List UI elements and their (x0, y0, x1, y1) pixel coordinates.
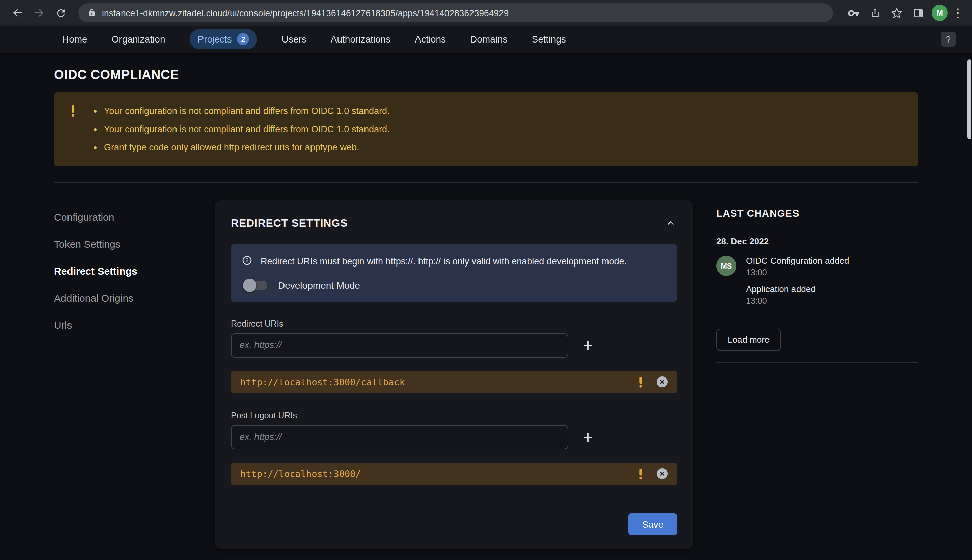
load-more-button[interactable]: Load more (716, 328, 781, 351)
page-title: OIDC COMPLIANCE (54, 67, 918, 82)
password-key-icon[interactable] (844, 3, 863, 22)
nav-item-projects[interactable]: Projects 2 (190, 29, 257, 49)
browser-back-icon[interactable] (8, 3, 27, 22)
url-text: instance1-dkmnzw.zitadel.cloud/ui/consol… (102, 8, 509, 18)
uri-warning-icon (639, 468, 641, 479)
browser-profile-avatar[interactable]: M (932, 5, 948, 21)
post-logout-uris-label: Post Logout URIs (231, 410, 677, 420)
share-icon[interactable] (865, 3, 884, 22)
change-author-avatar: MS (716, 256, 737, 276)
warning-list: Your configuration is not compliant and … (92, 102, 389, 157)
oidc-compliance-warning-box: Your configuration is not compliant and … (54, 92, 918, 166)
info-text: Redirect URIs must begin with https://. … (261, 254, 627, 268)
nav-item-settings[interactable]: Settings (532, 34, 566, 45)
bookmark-star-icon[interactable] (887, 3, 906, 22)
add-redirect-uri-icon[interactable]: + (579, 336, 597, 354)
nav-item-organization[interactable]: Organization (112, 34, 165, 45)
change-event-label: Application added (746, 284, 849, 294)
projects-count-badge: 2 (237, 33, 249, 45)
card-title: REDIRECT SETTINGS (231, 217, 347, 229)
redirect-uris-label: Redirect URIs (231, 319, 677, 328)
uri-warning-icon (639, 377, 641, 387)
browser-actions: M ⋮ (842, 3, 965, 22)
redirect-uri-chip: http://localhost:3000/callback × (231, 371, 677, 393)
nav-item-domains[interactable]: Domains (470, 34, 508, 45)
redirect-uri-input[interactable] (231, 333, 568, 357)
lock-icon[interactable] (88, 9, 96, 17)
last-changes-panel: LAST CHANGES 28. Dec 2022 MS OIDC Config… (716, 200, 918, 363)
section-divider (54, 182, 918, 183)
browser-chrome: instance1-dkmnzw.zitadel.cloud/ui/consol… (0, 0, 972, 26)
console-top-nav: Home Organization Projects 2 Users Autho… (0, 26, 972, 53)
warning-item: Your configuration is not compliant and … (104, 102, 389, 120)
zitadel-console: instance1-dkmnzw.zitadel.cloud/ui/consol… (0, 0, 972, 560)
add-post-logout-uri-icon[interactable]: + (579, 428, 597, 446)
last-changes-title: LAST CHANGES (716, 207, 918, 218)
change-event-time: 13:00 (746, 268, 849, 277)
post-logout-uri-chip: http://localhost:3000/ × (231, 463, 677, 485)
page-scrollbar-thumb[interactable] (967, 59, 971, 139)
nav-item-home[interactable]: Home (62, 34, 87, 45)
development-mode-toggle[interactable] (244, 280, 267, 290)
info-icon (242, 255, 252, 266)
menu-item-configuration[interactable]: Configuration (54, 211, 215, 223)
remove-uri-icon[interactable]: × (657, 468, 668, 479)
warning-icon (72, 105, 74, 157)
redirect-uri-value: http://localhost:3000/callback (240, 377, 405, 387)
browser-reload-icon[interactable] (51, 3, 70, 22)
nav-item-users[interactable]: Users (282, 34, 306, 45)
menu-item-redirect-settings[interactable]: Redirect Settings (54, 265, 215, 277)
changes-divider (716, 362, 918, 363)
post-logout-uri-input[interactable] (231, 425, 568, 449)
browser-forward-icon[interactable] (30, 3, 48, 22)
help-button[interactable]: ? (941, 32, 956, 47)
browser-menu-icon[interactable]: ⋮ (950, 6, 965, 20)
save-button[interactable]: Save (628, 513, 677, 535)
collapse-chevron-up-icon[interactable] (664, 217, 677, 229)
nav-item-authorizations[interactable]: Authorizations (331, 34, 391, 45)
menu-item-urls[interactable]: Urls (54, 319, 215, 331)
change-event-label: OIDC Configuration added (746, 256, 849, 266)
warning-item: Your configuration is not compliant and … (104, 120, 389, 138)
dev-mode-info-box: Redirect URIs must begin with https://. … (231, 244, 677, 301)
menu-item-token-settings[interactable]: Token Settings (54, 238, 215, 250)
browser-url-bar[interactable]: instance1-dkmnzw.zitadel.cloud/ui/consol… (78, 3, 833, 22)
warning-item: Grant type code only allowed http redire… (104, 138, 389, 157)
remove-uri-icon[interactable]: × (657, 377, 668, 387)
nav-item-actions[interactable]: Actions (415, 34, 446, 45)
development-mode-label: Development Mode (278, 280, 360, 290)
changes-date: 28. Dec 2022 (716, 236, 918, 246)
post-logout-uri-value: http://localhost:3000/ (240, 468, 361, 479)
settings-menu: Configuration Token Settings Redirect Se… (54, 200, 215, 331)
nav-item-projects-label: Projects (198, 34, 232, 45)
change-event-time: 13:00 (746, 296, 849, 306)
side-panel-icon[interactable] (909, 3, 927, 22)
main-content: OIDC COMPLIANCE Your configuration is no… (0, 67, 972, 548)
redirect-settings-card: REDIRECT SETTINGS Redirect URIs must beg… (215, 200, 693, 548)
menu-item-additional-origins[interactable]: Additional Origins (54, 292, 215, 303)
